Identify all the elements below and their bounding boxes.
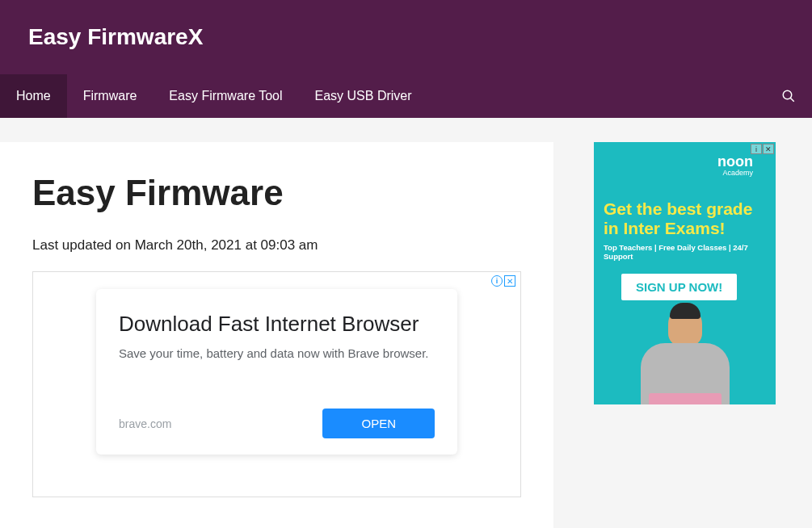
main-ad-container: i ✕ Download Fast Internet Browser Save … <box>32 271 521 497</box>
sidebar-ad[interactable]: i ✕ noon Academy Get the best grade in I… <box>594 142 776 404</box>
page-title: Easy Firmware <box>32 173 521 213</box>
ad-card[interactable]: Download Fast Internet Browser Save your… <box>96 289 457 455</box>
ad-close-icon[interactable]: ✕ <box>504 275 515 287</box>
ad-brand-sub: Academy <box>604 169 766 177</box>
search-button[interactable] <box>765 74 812 118</box>
site-header: Easy FirmwareX <box>0 0 812 74</box>
sidebar-ad-signup-button[interactable]: SIGN UP NOW! <box>621 274 737 300</box>
main-nav: Home Firmware Easy Firmware Tool Easy US… <box>0 74 812 118</box>
ad-domain: brave.com <box>119 417 171 430</box>
ad-description: Save your time, battery and data now wit… <box>119 346 435 360</box>
nav-item-home[interactable]: Home <box>0 74 67 118</box>
nav-item-firmware[interactable]: Firmware <box>67 74 154 118</box>
ad-open-button[interactable]: OPEN <box>322 409 435 438</box>
svg-point-0 <box>783 90 792 99</box>
ad-brand-logo: noon <box>604 152 766 170</box>
ad-close-icon[interactable]: ✕ <box>763 144 774 154</box>
svg-line-1 <box>790 98 794 102</box>
sidebar-ad-badge: i ✕ <box>751 144 774 154</box>
content-container: Easy Firmware Last updated on March 20th… <box>0 118 812 528</box>
ad-title: Download Fast Internet Browser <box>119 312 435 337</box>
last-updated-text: Last updated on March 20th, 2021 at 09:0… <box>32 237 521 254</box>
ad-badge: i ✕ <box>491 275 515 287</box>
site-title[interactable]: Easy FirmwareX <box>28 24 784 50</box>
search-icon <box>781 89 796 103</box>
sidebar-ad-headline: Get the best grade in Inter Exams! <box>604 199 766 238</box>
ad-info-icon[interactable]: i <box>491 275 503 287</box>
sidebar: i ✕ noon Academy Get the best grade in I… <box>578 142 804 528</box>
sidebar-ad-subtext: Top Teachers | Free Daily Classes | 24/7… <box>604 243 766 261</box>
nav-item-easy-firmware-tool[interactable]: Easy Firmware Tool <box>153 74 298 118</box>
ad-person-image <box>633 308 738 404</box>
main-content: Easy Firmware Last updated on March 20th… <box>0 142 553 528</box>
nav-item-easy-usb-driver[interactable]: Easy USB Driver <box>299 74 428 118</box>
ad-info-icon[interactable]: i <box>751 144 762 154</box>
